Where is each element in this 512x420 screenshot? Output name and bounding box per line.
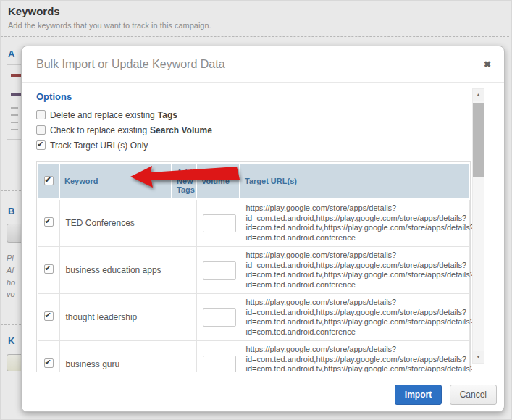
url-text: id=com.ted.android.conference xyxy=(246,327,463,337)
option-label: Track Target URL(s) Only xyxy=(50,140,148,151)
row-checkbox[interactable] xyxy=(44,358,54,368)
table-row: thought leadership https://play.google.c… xyxy=(38,294,469,341)
keyword-cell: business guru xyxy=(59,341,172,373)
cancel-button[interactable]: Cancel xyxy=(450,385,497,405)
table-row: business education apps https://play.goo… xyxy=(38,247,469,294)
volume-input[interactable] xyxy=(203,261,236,280)
option-track-urls-only: Track Target URL(s) Only xyxy=(36,138,472,153)
url-text: https://play.google.com/store/apps/detai… xyxy=(246,251,463,261)
url-text: id=com.ted.android.tv,https://play.googl… xyxy=(246,317,463,327)
option-label: Delete and replace existing xyxy=(50,110,155,120)
row-checkbox[interactable] xyxy=(44,311,54,321)
option-label-bold: Tags xyxy=(158,110,177,120)
target-urls-cell: https://play.google.com/store/apps/detai… xyxy=(240,294,469,341)
url-text: https://play.google.com/store/apps/detai… xyxy=(246,298,463,308)
target-urls-cell: https://play.google.com/store/apps/detai… xyxy=(240,247,469,294)
scrollbar-thumb[interactable] xyxy=(473,103,484,177)
option-delete-tags: Delete and replace existing Tags xyxy=(36,107,472,122)
modal-footer: Import Cancel xyxy=(22,377,504,411)
close-icon[interactable]: ✖ xyxy=(484,59,491,70)
select-all-checkbox[interactable] xyxy=(44,176,54,185)
url-text: id=com.ted.android,https://play.google.c… xyxy=(246,214,463,224)
target-urls-cell: https://play.google.com/store/apps/detai… xyxy=(240,341,469,373)
volume-input[interactable] xyxy=(203,356,236,373)
table-row: business guru https://play.google.com/st… xyxy=(38,341,469,373)
url-text: https://play.google.com/store/apps/detai… xyxy=(246,345,463,355)
scrollbar-down-icon[interactable]: ▼ xyxy=(473,351,484,363)
scrollbar-up-icon[interactable]: ▲ xyxy=(473,89,484,101)
url-text: https://play.google.com/store/apps/detai… xyxy=(246,203,463,214)
volume-input[interactable] xyxy=(203,308,236,327)
url-text: id=com.ted.android.conference xyxy=(246,280,463,290)
keyword-cell: thought leadership xyxy=(59,294,172,341)
modal-body: Options Delete and replace existing Tags… xyxy=(22,83,504,377)
url-text: id=com.ted.android.tv,https://play.googl… xyxy=(246,364,463,372)
url-text: id=com.ted.android,https://play.google.c… xyxy=(246,355,463,365)
modal-title: Bulk Import or Update Keyword Data xyxy=(36,58,484,71)
url-text: id=com.ted.android.tv,https://play.googl… xyxy=(246,223,463,233)
volume-input[interactable] xyxy=(203,214,236,232)
url-text: id=com.ted.android.conference xyxy=(246,233,463,243)
modal-header: Bulk Import or Update Keyword Data ✖ xyxy=(22,46,504,83)
target-urls-cell: https://play.google.com/store/apps/detai… xyxy=(240,199,469,247)
bulk-import-modal: Bulk Import or Update Keyword Data ✖ Opt… xyxy=(21,46,505,412)
add-tags-cell xyxy=(172,341,196,373)
keyword-cell: business education apps xyxy=(59,247,172,294)
add-tags-cell xyxy=(172,294,196,341)
add-tags-cell xyxy=(172,247,196,294)
row-checkbox[interactable] xyxy=(44,264,54,274)
keyword-cell: TED Conferences xyxy=(59,199,172,247)
option-label: Check to replace existing xyxy=(50,125,147,135)
table-header-row: Keyword Add New Tags Volume Target URL(s… xyxy=(38,163,469,199)
checkbox-replace-volume[interactable] xyxy=(36,125,46,135)
table-row: TED Conferences https://play.google.com/… xyxy=(38,199,469,247)
row-checkbox[interactable] xyxy=(44,217,54,227)
url-text: id=com.ted.android,https://play.google.c… xyxy=(246,261,463,271)
keywords-table: Keyword Add New Tags Volume Target URL(s… xyxy=(36,161,471,372)
red-arrow-icon xyxy=(130,164,240,190)
import-button[interactable]: Import xyxy=(395,385,442,405)
url-text: id=com.ted.android.tv,https://play.googl… xyxy=(246,270,463,280)
red-arrow-annotation xyxy=(130,164,240,190)
options-heading: Options xyxy=(36,91,472,102)
option-label-bold: Search Volume xyxy=(150,125,212,135)
add-tags-cell xyxy=(172,199,196,247)
scroll-area: Options Delete and replace existing Tags… xyxy=(36,90,472,372)
checkbox-delete-tags[interactable] xyxy=(36,110,46,119)
scrollbar-track[interactable]: ▲ ▼ xyxy=(472,88,484,364)
option-replace-volume: Check to replace existing Search Volume xyxy=(36,122,472,138)
col-header-target-urls: Target URL(s) xyxy=(240,163,469,199)
url-text: id=com.ted.android,https://play.google.c… xyxy=(246,308,463,318)
checkbox-track-urls-only[interactable] xyxy=(36,140,46,150)
